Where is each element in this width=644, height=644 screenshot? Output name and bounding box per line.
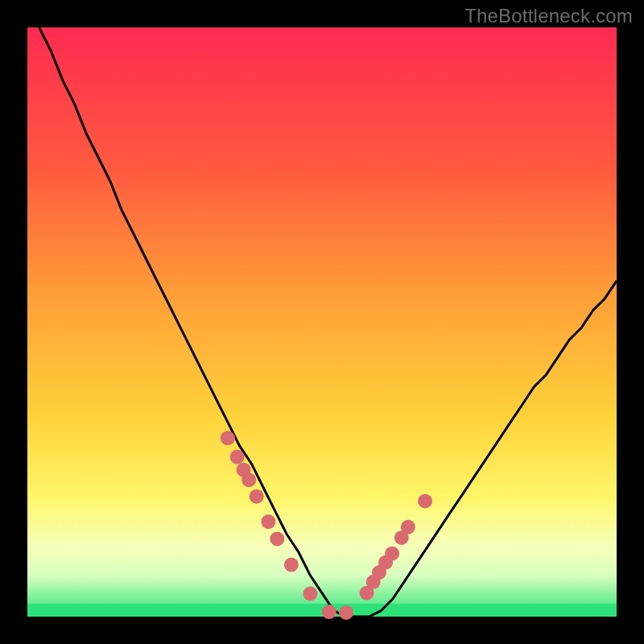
chart-svg: [0, 0, 644, 644]
plot-background: [27, 27, 617, 617]
chart-container: TheBottleneck.com: [0, 0, 644, 644]
marker-dot: [284, 558, 299, 572]
marker-dot: [339, 605, 353, 620]
green-strip: [27, 604, 617, 617]
marker-dot: [385, 547, 399, 561]
marker-dot: [401, 520, 415, 535]
marker-dot: [261, 514, 275, 529]
watermark-label: TheBottleneck.com: [464, 5, 633, 27]
marker-dot: [322, 605, 336, 619]
marker-dot: [418, 494, 432, 509]
marker-dot: [250, 489, 264, 504]
marker-dot: [242, 473, 256, 487]
marker-dot: [303, 587, 317, 601]
marker-dot: [270, 531, 284, 546]
marker-dot: [230, 450, 245, 464]
marker-dot: [221, 431, 235, 445]
